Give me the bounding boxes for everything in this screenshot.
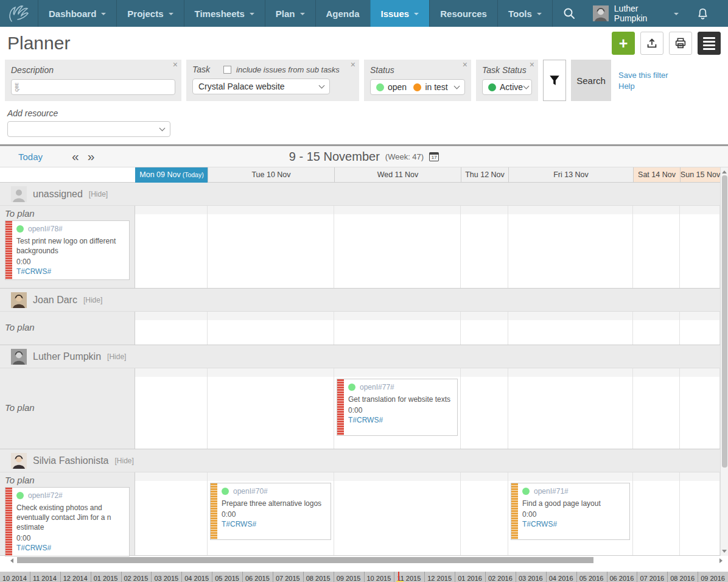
timeline-month[interactable]: 06 2015 <box>242 572 273 582</box>
hide-resource-link[interactable]: [Hide] <box>107 352 126 361</box>
remove-filter-icon[interactable]: × <box>173 60 178 69</box>
day-cell-sat-14-nov[interactable] <box>633 206 680 288</box>
calendar-picker-icon[interactable]: 17 <box>429 152 439 161</box>
day-header-wed-11-nov[interactable]: Wed 11 Nov <box>334 167 461 183</box>
timeline-month[interactable]: 03 2015 <box>151 572 181 582</box>
hide-resource-link[interactable]: [Hide] <box>115 457 134 465</box>
scroll-down-icon[interactable] <box>722 550 727 553</box>
timeline-month[interactable]: 02 2015 <box>121 572 152 582</box>
day-cell-fri-13-nov[interactable] <box>508 368 633 449</box>
print-button[interactable] <box>669 32 692 55</box>
user-menu[interactable]: Luther Pumpkin <box>586 4 686 23</box>
day-cell-thu-12-nov[interactable] <box>461 368 508 449</box>
day-cell-wed-11-nov[interactable]: openI#77#Get translation for website tex… <box>334 368 461 449</box>
remove-filter-icon[interactable]: × <box>530 60 534 69</box>
remove-filter-icon[interactable]: × <box>351 60 355 69</box>
nav-item-issues[interactable]: Issues <box>370 0 430 27</box>
next-week-button[interactable]: » <box>88 150 95 163</box>
add-button[interactable]: + <box>612 32 635 55</box>
horizontal-scrollbar-thumb[interactable] <box>17 557 593 563</box>
nav-item-agenda[interactable]: Agenda <box>315 0 370 27</box>
day-cell-thu-12-nov[interactable] <box>461 206 508 288</box>
remove-filter-icon[interactable]: × <box>463 60 467 69</box>
task-ref-link[interactable]: T#CRWS# <box>16 543 125 553</box>
toplan-cell[interactable]: To planopenI#72#Check existing photos an… <box>0 472 135 555</box>
description-input[interactable]: QBE <box>11 79 175 95</box>
timeline-month[interactable]: 09 2016 <box>698 572 728 582</box>
toplan-cell[interactable]: To plan <box>0 368 135 449</box>
nav-item-timesheets[interactable]: Timesheets <box>184 0 265 27</box>
nav-item-resources[interactable]: Resources <box>429 0 497 27</box>
nav-item-tools[interactable]: Tools <box>497 0 553 27</box>
day-header-thu-12-nov[interactable]: Thu 12 Nov <box>461 167 508 183</box>
day-header-tue-10-nov[interactable]: Tue 10 Nov <box>208 167 334 183</box>
task-card[interactable]: openI#77#Get translation for website tex… <box>337 379 458 436</box>
day-cell-thu-12-nov[interactable] <box>461 312 508 345</box>
nav-item-dashboard[interactable]: Dashboard <box>38 0 116 27</box>
task-ref-link[interactable]: T#CRWS# <box>16 267 125 276</box>
day-cell-mon-09-nov[interactable] <box>135 312 208 345</box>
day-cell-fri-13-nov[interactable]: openI#71#Find a good page layout0:00T#CR… <box>508 472 633 555</box>
day-cell-tue-10-nov[interactable] <box>208 312 334 345</box>
issue-link[interactable]: openI#78# <box>28 224 63 234</box>
save-filter-link[interactable]: Save this filter <box>618 71 668 80</box>
timeline-month[interactable]: 09 2015 <box>334 572 364 582</box>
task-ref-link[interactable]: T#CRWS# <box>348 415 450 425</box>
day-cell-tue-10-nov[interactable]: openI#70#Prepare three alternative logos… <box>208 472 334 555</box>
timeline-month[interactable]: 05 2016 <box>576 572 607 582</box>
status-select[interactable]: open in test <box>370 79 465 95</box>
task-card[interactable]: openI#72#Check existing photos and event… <box>5 487 130 556</box>
timeline-month[interactable]: 04 2015 <box>181 572 212 582</box>
menu-button[interactable] <box>698 32 721 55</box>
day-header-mon-09-nov[interactable]: Mon 09 Nov(Today) <box>135 167 208 183</box>
issue-link[interactable]: openI#70# <box>233 486 268 496</box>
issue-link[interactable]: openI#77# <box>360 382 394 392</box>
timeline-month[interactable]: 02 2016 <box>485 572 516 582</box>
notifications-bell-icon[interactable] <box>686 0 719 27</box>
day-cell-fri-13-nov[interactable] <box>508 312 633 345</box>
timeline-month[interactable]: 05 2015 <box>212 572 242 582</box>
app-logo-icon[interactable] <box>0 0 38 27</box>
day-cell-fri-13-nov[interactable] <box>508 206 633 288</box>
timeline-month[interactable]: 07 2016 <box>637 572 667 582</box>
prev-week-button[interactable]: « <box>72 150 79 163</box>
timeline-month[interactable]: 04 2016 <box>546 572 576 582</box>
day-header-sat-14-nov[interactable]: Sat 14 Nov <box>633 167 680 183</box>
timeline-month[interactable]: 12 2015 <box>424 572 455 582</box>
filter-funnel-button[interactable] <box>543 60 566 101</box>
search-button[interactable]: Search <box>571 60 611 101</box>
hide-resource-link[interactable]: [Hide] <box>83 296 102 304</box>
search-icon[interactable] <box>553 0 586 27</box>
timeline-month[interactable]: 11 2014 <box>30 572 60 582</box>
day-cell-sun-15-nov[interactable] <box>680 368 720 449</box>
day-cell-sat-14-nov[interactable] <box>633 472 680 555</box>
day-cell-sat-14-nov[interactable] <box>633 312 680 345</box>
task-status-select[interactable]: Active <box>482 79 532 95</box>
timeline-month[interactable]: 03 2016 <box>516 572 546 582</box>
today-button[interactable]: Today <box>18 152 43 162</box>
task-ref-link[interactable]: T#CRWS# <box>222 519 321 529</box>
nav-item-projects[interactable]: Projects <box>116 0 183 27</box>
day-cell-sun-15-nov[interactable] <box>680 472 720 555</box>
hide-resource-link[interactable]: [Hide] <box>89 190 108 198</box>
toplan-cell[interactable]: To planopenI#78#Test print new logo on d… <box>0 206 135 288</box>
timeline-month[interactable]: 07 2015 <box>273 572 303 582</box>
help-link[interactable]: Help <box>618 82 668 91</box>
day-cell-mon-09-nov[interactable] <box>135 206 208 288</box>
day-cell-sun-15-nov[interactable] <box>680 206 720 288</box>
day-cell-tue-10-nov[interactable] <box>208 206 334 288</box>
timeline-month[interactable]: 12 2014 <box>60 572 91 582</box>
day-cell-mon-09-nov[interactable] <box>135 472 208 555</box>
timeline-month[interactable]: 08 2016 <box>667 572 698 582</box>
nav-item-plan[interactable]: Plan <box>265 0 315 27</box>
timeline-month[interactable]: 06 2016 <box>607 572 637 582</box>
vertical-scrollbar[interactable] <box>720 167 728 556</box>
timeline-month[interactable]: 10 2014 <box>0 572 30 582</box>
day-cell-wed-11-nov[interactable] <box>334 206 461 288</box>
issue-link[interactable]: openI#71# <box>534 486 569 496</box>
timeline-month[interactable]: 01 2016 <box>455 572 485 582</box>
day-header-fri-13-nov[interactable]: Fri 13 Nov <box>508 167 633 183</box>
task-card[interactable]: openI#78#Test print new logo on differen… <box>5 220 130 280</box>
task-select[interactable]: Crystal Palace website <box>192 79 330 94</box>
task-card[interactable]: openI#71#Find a good page layout0:00T#CR… <box>511 483 630 540</box>
